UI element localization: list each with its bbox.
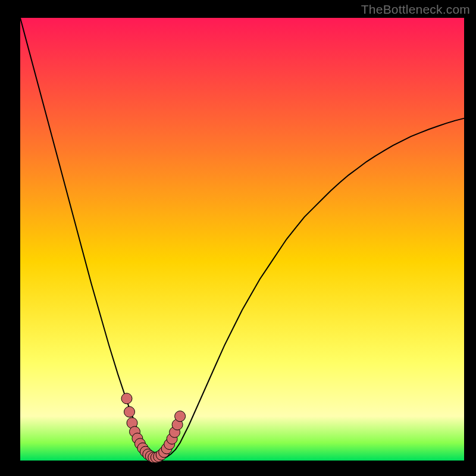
plot-area xyxy=(20,18,464,461)
trough-marker xyxy=(124,406,135,417)
watermark-text: TheBottleneck.com xyxy=(361,2,470,17)
chart-frame: TheBottleneck.com xyxy=(0,0,476,476)
bottleneck-chart xyxy=(0,0,476,476)
trough-marker xyxy=(121,393,132,404)
trough-marker xyxy=(175,411,186,422)
